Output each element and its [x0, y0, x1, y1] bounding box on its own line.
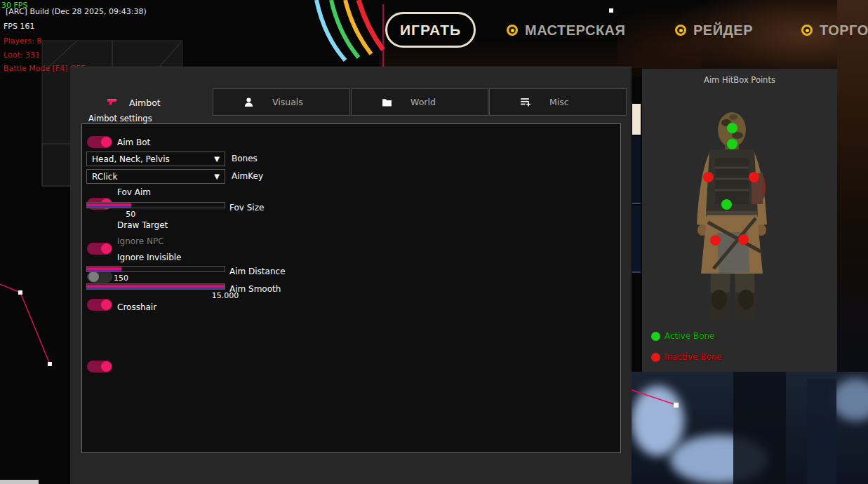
coin-icon: [675, 25, 686, 36]
cheat-menu-panel: Aimbot Visuals World Misc: [70, 67, 632, 484]
play-button[interactable]: ИГРАТЬ: [385, 12, 476, 48]
legend-label: Inactive Bone: [665, 352, 722, 362]
background-light-blob: [832, 379, 868, 421]
hitbox-dot-right-shoulder: [749, 172, 759, 182]
background-dark-column: [807, 379, 836, 484]
aimkey-value: RClick: [92, 172, 214, 182]
crosshair-label: Crosshair: [117, 302, 156, 312]
fov-size-slider[interactable]: [86, 202, 225, 208]
background-light-blob: [632, 386, 684, 456]
ignore-invisible-label: Ignore Invisible: [117, 253, 181, 262]
hitbox-dot-pelvis: [721, 199, 732, 210]
tab-label: Visuals: [272, 97, 303, 107]
aim-smooth-slider[interactable]: [86, 283, 225, 290]
aim-bot-toggle[interactable]: [87, 136, 112, 148]
menu-item-label: РЕЙДЕР: [693, 22, 753, 39]
toggle-knob: [101, 137, 112, 147]
menu-item-trader[interactable]: ТОРГО: [801, 20, 868, 41]
background-navy-strip: [632, 136, 641, 204]
tab-visuals[interactable]: Visuals: [213, 88, 350, 116]
tab-label: World: [410, 97, 436, 107]
menu-item-label: ТОРГО: [820, 22, 868, 39]
bones-value: Head, Neck, Pelvis: [92, 154, 214, 164]
hitbox-dot-left-shoulder: [703, 172, 714, 182]
aim-bot-label: Aim Bot: [117, 137, 150, 147]
hitbox-dot-right-thigh: [738, 234, 749, 245]
tab-world[interactable]: World: [351, 88, 488, 116]
coin-icon: [507, 25, 518, 36]
bones-label: Bones: [232, 154, 258, 163]
folder-icon: [382, 98, 392, 107]
background-navy-strip: [632, 206, 641, 273]
toggle-knob: [101, 361, 112, 372]
hitbox-dot-head: [727, 123, 737, 133]
background-industrial-scene: [632, 372, 868, 484]
slider-fill: [87, 284, 225, 289]
hitbox-panel: Aim HitBox Points: [642, 69, 837, 372]
pistol-icon: [107, 98, 117, 107]
hud-loot: Loot: 331: [4, 51, 40, 60]
draw-target-label: Draw Target: [117, 220, 168, 230]
tab-label: Misc: [549, 97, 569, 107]
hitbox-dot-neck: [727, 139, 737, 149]
slider-fill: [87, 267, 121, 271]
aim-distance-value: 150: [114, 274, 128, 283]
menu-item-workshop[interactable]: МАСТЕРСКАЯ: [507, 20, 625, 41]
legend-active-bone: Active Bone: [651, 331, 715, 341]
aimkey-dropdown[interactable]: RClick ▼: [86, 169, 225, 184]
tab-label: Aimbot: [129, 98, 161, 108]
aim-smooth-label: Aim Smooth: [229, 284, 281, 294]
hitbox-dot-left-thigh: [710, 235, 721, 246]
background-dark-column: [733, 372, 786, 484]
slider-fill: [87, 203, 131, 208]
fov-aim-label: Fov Aim: [117, 187, 151, 197]
bones-dropdown[interactable]: Head, Neck, Pelvis ▼: [86, 152, 225, 166]
inactive-bone-dot: [651, 353, 660, 362]
crosshair-toggle[interactable]: [87, 361, 112, 372]
aimkey-label: AimKey: [232, 171, 263, 181]
legend-inactive-bone: Inactive Bone: [651, 352, 722, 362]
background-cream-strip: [632, 104, 641, 135]
chevron-down-icon: ▼: [214, 155, 220, 163]
playlist-add-icon: [520, 97, 531, 107]
tab-misc[interactable]: Misc: [489, 88, 627, 116]
coin-icon: [801, 25, 813, 36]
group-title: Aimbot settings: [84, 114, 156, 123]
aim-distance-slider[interactable]: [86, 266, 225, 272]
legend-label: Active Bone: [665, 331, 715, 341]
ignore-npc-label: Ignore NPC: [117, 236, 164, 246]
ignore-npc-toggle[interactable]: [87, 271, 112, 283]
hud-build-info: [ARC] Build (Dec 28 2025, 09:43:38): [6, 7, 147, 16]
ignore-invisible-toggle[interactable]: [87, 299, 112, 311]
screen: 30 FPS [ARC] Build (Dec 28 2025, 09:43:3…: [0, 0, 868, 484]
chevron-down-icon: ▼: [214, 173, 220, 180]
aim-distance-label: Aim Distance: [229, 267, 286, 276]
person-icon: [243, 97, 254, 107]
fov-size-value: 50: [126, 210, 135, 219]
hud-fps: FPS 161: [4, 22, 34, 31]
toggle-knob: [101, 243, 112, 254]
tab-aimbot[interactable]: Aimbot: [107, 94, 212, 111]
hitbox-points-layer: [642, 69, 837, 372]
menu-item-raider[interactable]: РЕЙДЕР: [675, 20, 753, 41]
hud-players: Players: 8: [4, 36, 41, 46]
toggle-knob: [101, 300, 112, 310]
active-bone-dot: [651, 332, 660, 341]
background-bottom-bar: [0, 480, 39, 484]
toggle-knob: [88, 271, 99, 282]
background-wall: [837, 0, 868, 372]
draw-target-toggle[interactable]: [87, 243, 112, 255]
fov-size-label: Fov Size: [229, 203, 264, 213]
menu-item-label: МАСТЕРСКАЯ: [525, 22, 625, 39]
